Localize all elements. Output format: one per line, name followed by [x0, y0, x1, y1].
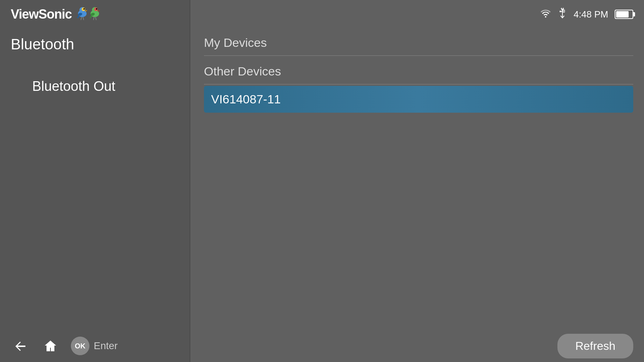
- ok-label: Enter: [94, 340, 118, 352]
- svg-line-8: [83, 17, 84, 20]
- logo-birds: [75, 3, 104, 26]
- ok-circle: OK: [71, 337, 89, 355]
- left-panel: [0, 0, 190, 362]
- svg-rect-18: [560, 11, 562, 12]
- my-devices-header: My Devices: [204, 29, 633, 55]
- other-devices-header: Other Devices: [204, 57, 633, 84]
- logo-text: ViewSonic: [11, 7, 72, 22]
- device-item-vi614087[interactable]: VI614087-11: [204, 86, 633, 113]
- svg-line-7: [81, 17, 82, 20]
- svg-line-16: [93, 17, 94, 20]
- usb-icon: [558, 8, 567, 21]
- device-list: VI614087-11: [204, 86, 633, 113]
- bluetooth-out-label: Bluetooth Out: [32, 79, 115, 94]
- refresh-button[interactable]: Refresh: [557, 334, 633, 358]
- device-name: VI614087-11: [211, 92, 281, 106]
- svg-point-13: [96, 8, 97, 10]
- wifi-icon: [540, 9, 551, 20]
- content-area: My Devices Other Devices VI614087-11: [204, 29, 633, 113]
- bottom-left-controls: OK Enter: [11, 336, 118, 356]
- ok-button[interactable]: OK Enter: [71, 337, 118, 355]
- ok-text: OK: [75, 342, 86, 350]
- other-devices-divider: [204, 84, 633, 84]
- svg-marker-12: [98, 10, 100, 12]
- battery-icon: [615, 10, 633, 19]
- other-devices-section: Other Devices: [204, 57, 633, 84]
- my-devices-section: My Devices: [204, 29, 633, 56]
- status-area: 4:48 PM: [540, 8, 633, 21]
- bluetooth-label: Bluetooth: [11, 36, 74, 53]
- nav-bluetooth-out-item[interactable]: Bluetooth Out: [32, 79, 115, 94]
- battery-fill: [616, 11, 629, 18]
- svg-point-4: [83, 8, 85, 10]
- header: ViewSonic: [0, 0, 644, 29]
- panel-divider: [190, 0, 190, 362]
- time-display: 4:48 PM: [574, 9, 608, 20]
- my-devices-divider: [204, 55, 633, 56]
- bottom-bar: OK Enter Refresh: [0, 330, 644, 362]
- logo-area: ViewSonic: [11, 3, 104, 26]
- svg-line-17: [96, 17, 96, 20]
- nav-bluetooth-item[interactable]: Bluetooth: [11, 36, 74, 53]
- back-button[interactable]: [11, 336, 30, 356]
- svg-rect-19: [563, 10, 565, 12]
- home-button[interactable]: [41, 336, 60, 356]
